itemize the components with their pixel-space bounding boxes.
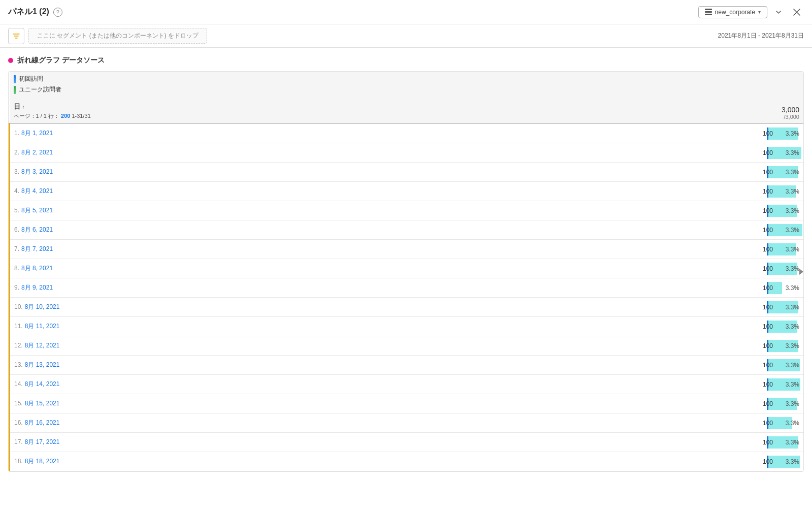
table-row: 3.8月 3, 2021 100 3.3% xyxy=(10,163,804,182)
chart-section-header: 折れ線グラフ データソース xyxy=(8,56,804,65)
row-date: 8月 6, 2021 xyxy=(21,226,53,233)
row-date: 8月 3, 2021 xyxy=(21,168,53,175)
close-button[interactable] xyxy=(790,5,804,19)
row-label-cell[interactable]: 3.8月 3, 2021 xyxy=(10,163,595,182)
row-label-cell[interactable]: 10.8月 10, 2021 xyxy=(10,298,595,317)
row-label-cell[interactable]: 14.8月 14, 2021 xyxy=(10,375,595,394)
metric-pct: 3.3% xyxy=(786,246,799,253)
bar-metric-cell: 100 3.3% xyxy=(594,163,803,182)
chevron-down-icon xyxy=(774,8,783,16)
table-row: 17.8月 17, 2021 100 3.3% xyxy=(10,433,804,452)
table-row: 14.8月 14, 2021 100 3.3% xyxy=(10,375,804,394)
metric-value: 100 xyxy=(763,227,773,234)
row-number: 5. xyxy=(14,207,19,214)
row-label-cell[interactable]: 6.8月 6, 2021 xyxy=(10,220,595,240)
metric-value: 100 xyxy=(763,169,773,176)
row-date: 8月 1, 2021 xyxy=(21,130,53,137)
row-label-cell[interactable]: 16.8月 16, 2021 xyxy=(10,413,595,433)
metric-pct: 3.3% xyxy=(786,207,799,214)
close-icon xyxy=(793,9,800,16)
bar-metric-cell: 100 3.3% xyxy=(594,182,803,201)
row-date: 8月 10, 2021 xyxy=(25,303,60,310)
table-row: 12.8月 12, 2021 100 3.3% xyxy=(10,336,804,356)
segment-drop-zone[interactable]: ここに セグメント (または他のコンポーネント) をドロップ xyxy=(28,28,207,44)
table-subheader-row: 日 ↑ ページ：1 / 1 行： 200 1-31/31 3,000 xyxy=(10,99,804,123)
metric-pct: 3.3% xyxy=(786,227,799,234)
row-number: 10. xyxy=(14,303,23,310)
bar-metric-cell: 100 3.3% xyxy=(594,336,803,356)
table-row: 1.8月 1, 2021 100 3.3% xyxy=(10,123,804,143)
bar-metric-cell: 100 3.3% xyxy=(594,259,803,278)
table-row: 10.8月 10, 2021 100 3.3% xyxy=(10,298,804,317)
row-label-cell[interactable]: 1.8月 1, 2021 xyxy=(10,123,595,143)
metric-pct: 3.3% xyxy=(786,439,799,446)
row-label-cell[interactable]: 4.8月 4, 2021 xyxy=(10,182,595,201)
metric-pct: 3.3% xyxy=(786,149,799,156)
row-number: 18. xyxy=(14,458,23,465)
row-number: 6. xyxy=(14,226,19,233)
metric-value: 100 xyxy=(763,149,773,156)
metric-value: 100 xyxy=(763,207,773,214)
segment-selector[interactable]: new_corporate ▾ xyxy=(698,6,767,18)
row-label-cell[interactable]: 15.8月 15, 2021 xyxy=(10,394,595,413)
row-number: 11. xyxy=(14,323,23,330)
column-sort-area[interactable]: 日 ↑ xyxy=(14,102,591,111)
row-date: 8月 13, 2021 xyxy=(25,361,60,368)
bar-metric-cell: 100 3.3% xyxy=(594,394,803,413)
row-date: 8月 14, 2021 xyxy=(25,380,60,388)
row-date: 8月 9, 2021 xyxy=(21,284,53,291)
row-label-cell[interactable]: 18.8月 18, 2021 xyxy=(10,452,595,471)
bar-metric-cell: 100 3.3% xyxy=(594,413,803,433)
row-date: 8月 2, 2021 xyxy=(21,149,53,156)
table-row: 9.8月 9, 2021 100 3.3% xyxy=(10,278,804,298)
table-row: 15.8月 15, 2021 100 3.3% xyxy=(10,394,804,413)
metric-value: 100 xyxy=(763,304,773,311)
row-date: 8月 4, 2021 xyxy=(21,187,53,195)
metric-pct: 3.3% xyxy=(786,323,799,330)
sort-ascending-icon: ↑ xyxy=(22,104,25,110)
metric-value: 100 xyxy=(763,381,773,388)
row-number: 4. xyxy=(14,187,19,195)
legend-color-blue xyxy=(14,75,16,83)
metric-pct: 3.3% xyxy=(786,169,799,176)
bar-metric-cell: 100 3.3% xyxy=(594,201,803,220)
help-icon[interactable]: ? xyxy=(53,8,62,17)
date-column-label: 日 xyxy=(14,102,20,111)
table-row: 7.8月 7, 2021 100 3.3% xyxy=(10,240,804,259)
table-row: 4.8月 4, 2021 100 3.3% xyxy=(10,182,804,201)
collapse-button[interactable] xyxy=(771,5,786,19)
row-label-cell[interactable]: 7.8月 7, 2021 xyxy=(10,240,595,259)
legend-cell: 初回訪問 ユニーク訪問者 xyxy=(10,72,595,99)
legend-item-first-visit: 初回訪問 xyxy=(14,75,591,83)
legend-area: 初回訪問 ユニーク訪問者 xyxy=(10,72,595,99)
row-label-cell[interactable]: 5.8月 5, 2021 xyxy=(10,201,595,220)
table-row: 5.8月 5, 2021 100 3.3% xyxy=(10,201,804,220)
bar-metric-cell: 100 3.3% xyxy=(594,240,803,259)
row-date: 8月 8, 2021 xyxy=(21,265,53,272)
row-label-cell[interactable]: 9.8月 9, 2021 xyxy=(10,278,595,298)
bar-metric-cell: 100 3.3% xyxy=(594,433,803,452)
row-label-cell[interactable]: 17.8月 17, 2021 xyxy=(10,433,595,452)
row-label-cell[interactable]: 8.8月 8, 2021 xyxy=(10,259,595,278)
metric-value: 100 xyxy=(763,265,773,272)
row-label-cell[interactable]: 11.8月 11, 2021 xyxy=(10,317,595,336)
legend-color-green xyxy=(14,86,16,94)
row-label-cell[interactable]: 2.8月 2, 2021 xyxy=(10,143,595,163)
table-row: 2.8月 2, 2021 100 3.3% xyxy=(10,143,804,163)
header-left: パネル1 (2) ? xyxy=(8,7,62,17)
row-label-cell[interactable]: 13.8月 13, 2021 xyxy=(10,356,595,375)
metric-pct: 3.3% xyxy=(786,342,799,349)
page-info: ページ：1 / 1 行： 200 1-31/31 xyxy=(14,112,591,120)
metric-value: 100 xyxy=(763,188,773,195)
row-number: 15. xyxy=(14,400,23,407)
pink-dot-icon xyxy=(8,58,13,63)
metric-pct: 3.3% xyxy=(786,400,799,407)
row-label-cell[interactable]: 12.8月 12, 2021 xyxy=(10,336,595,356)
metric-pct: 3.3% xyxy=(786,362,799,369)
table-row: 8.8月 8, 2021 100 3.3% xyxy=(10,259,804,278)
table-row: 13.8月 13, 2021 100 3.3% xyxy=(10,356,804,375)
metric-value: 100 xyxy=(763,246,773,253)
row-number: 16. xyxy=(14,419,23,426)
svg-rect-1 xyxy=(705,11,712,13)
filter-button[interactable] xyxy=(8,28,24,44)
